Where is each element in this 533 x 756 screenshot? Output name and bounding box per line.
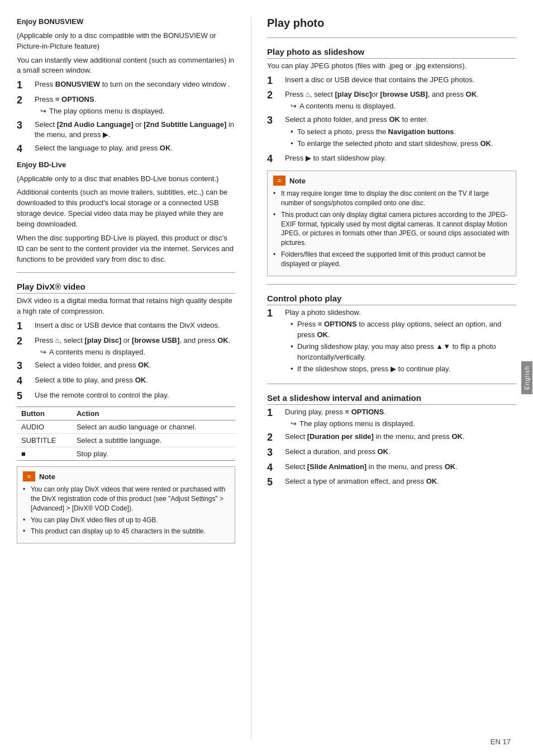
divx-step-3: 3 Select a video folder, and press OK. [17, 360, 235, 372]
note-icon: = [23, 471, 35, 481]
play-icon-control: ▶ [391, 365, 396, 373]
home-icon-divx: ⌂ [55, 336, 60, 344]
slideshow-bullet-2: To enlarge the selected photo and start … [291, 139, 516, 149]
divx-note-header: = Note [23, 471, 229, 481]
side-tab: English [521, 0, 533, 756]
photo-note-icon: = [273, 176, 285, 186]
left-column: Enjoy BONUSVIEW (Applicable only to a di… [17, 17, 251, 739]
home-icon-slideshow: ⌂ [306, 90, 310, 98]
slideshow-desc: You can play JPEG photos (files with .jp… [267, 61, 516, 72]
interval-step-1: 1 During play, press ≡ OPTIONS. The play… [267, 407, 516, 429]
divx-step-5: 5 Use the remote control to control the … [17, 390, 235, 403]
interval-step-3: 3 Select a duration, and press OK. [267, 447, 516, 459]
control-photo-bullets: Press ≡ OPTIONS to access play options, … [291, 319, 516, 374]
divx-note-bullet-1: You can only play DivX videos that were … [23, 485, 229, 513]
bonusview-step-2: 2 Press ≡ OPTIONS. The play options menu… [17, 94, 235, 117]
table-row: SUBTITLE Select a subtitle language. [17, 434, 235, 447]
interval-step-5: 5 Select a type of animation effect, and… [267, 476, 516, 489]
photo-note-header: = Note [273, 176, 510, 186]
control-photo-heading: Control photo play [267, 294, 516, 305]
divx-section: Play DivX® video DivX video is a digital… [17, 282, 235, 544]
slideshow-interval-section: Set a slideshow interval and animation 1… [267, 393, 516, 489]
slideshow-bullet-1: To select a photo, press the Navigation … [291, 127, 516, 138]
slideshow-step-2: 2 Press ⌂, select [play Disc]or [browse … [267, 89, 516, 112]
bonusview-step2-indent: The play options menu is displayed. [40, 106, 235, 117]
slideshow-step-4: 4 Press ▶ to start slideshow play. [267, 153, 516, 166]
divx-step-1: 1 Insert a disc or USB device that conta… [17, 320, 235, 333]
divx-note-label: Note [39, 472, 55, 481]
divx-table: Button Action AUDIO Select an audio lang… [17, 407, 235, 461]
right-column: Play photo Play photo as slideshow You c… [251, 17, 516, 739]
interval-step-4: 4 Select [Slide Animation] in the menu, … [267, 462, 516, 474]
menu-icon-interval: ≡ [345, 408, 349, 416]
photo-note-bullets: It may require longer time to display th… [273, 189, 510, 268]
page: English Enjoy BONUSVIEW (Applicable only… [0, 0, 533, 756]
divx-note-box: = Note You can only play DivX videos tha… [17, 466, 235, 544]
divx-step2-indent: A contents menu is displayed. [40, 347, 235, 358]
table-cell-button-3: ■ [17, 447, 72, 461]
divx-heading: Play DivX® video [17, 282, 235, 294]
interval-steps: 1 During play, press ≡ OPTIONS. The play… [267, 407, 516, 489]
bdlive-heading: Enjoy BD-Live [17, 160, 66, 169]
photo-note-label: Note [289, 177, 306, 185]
divx-note-bullet-2: You can play DivX video files of up to 4… [23, 516, 229, 525]
enjoy-bonusview-section: Enjoy BONUSVIEW (Applicable only to a di… [17, 17, 235, 155]
table-cell-action-3: Stop play. [72, 447, 235, 461]
divx-step-4: 4 Select a title to play, and press OK. [17, 375, 235, 388]
menu-icon-control: ≡ [318, 320, 322, 328]
page-footer: EN 17 [491, 738, 511, 746]
slideshow-interval-heading: Set a slideshow interval and animation [267, 393, 516, 405]
control-photo-bullet-1: Press ≡ OPTIONS to access play options, … [291, 319, 516, 341]
bonusview-desc2: You can instantly view additional conten… [17, 55, 235, 77]
control-photo-step-1: 1 Play a photo slideshow. Press ≡ OPTION… [267, 308, 516, 376]
table-row: AUDIO Select an audio language or channe… [17, 420, 235, 434]
interval-step-2: 2 Select [Duration per slide] in the men… [267, 432, 516, 444]
table-cell-action-1: Select an audio language or channel. [72, 420, 235, 434]
photo-note-bullet-3: Folders/files that exceed the supported … [273, 250, 510, 269]
divx-step-2: 2 Press ⌂, select [play Disc] or [browse… [17, 336, 235, 358]
control-photo-steps: 1 Play a photo slideshow. Press ≡ OPTION… [267, 308, 516, 376]
slideshow-heading: Play photo as slideshow [267, 47, 516, 59]
table-row: ■ Stop play. [17, 447, 235, 461]
control-photo-section: Control photo play 1 Play a photo slides… [267, 294, 516, 376]
control-photo-bullet-3: If the slideshow stops, press ▶ to conti… [291, 364, 516, 375]
divx-desc: DivX video is a digital media format tha… [17, 296, 235, 317]
bonusview-desc1: (Applicable only to a disc compatible wi… [17, 31, 235, 52]
bdlive-desc3: When the disc supporting BD-Live is play… [17, 233, 235, 265]
table-header-action: Action [72, 407, 235, 420]
bonusview-steps: 1 Press BONUSVIEW to turn on the seconda… [17, 79, 235, 155]
slideshow-step2-indent: A contents menu is displayed. [291, 101, 516, 112]
slideshow-step-1: 1 Insert a disc or USB device that conta… [267, 75, 516, 87]
divider-1 [17, 272, 235, 273]
interval-step1-indent: The play options menu is displayed. [291, 419, 516, 429]
bdlive-desc2: Additional contents (such as movie trail… [17, 187, 235, 229]
enjoy-bdlive-section: Enjoy BD-Live (Applicable only to a disc… [17, 160, 235, 265]
enjoy-bonusview-heading: Enjoy BONUSVIEW [17, 17, 83, 26]
table-cell-button-1: AUDIO [17, 420, 72, 434]
table-header-button: Button [17, 407, 72, 420]
divider-play-photo [267, 37, 516, 38]
bonusview-step-3: 3 Select [2nd Audio Language] or [2nd Su… [17, 120, 235, 141]
divx-note-bullets: You can only play DivX videos that were … [23, 485, 229, 536]
divider-slideshow-interval [267, 384, 516, 384]
table-cell-action-2: Select a subtitle language. [72, 434, 235, 447]
photo-note-bullet-2: This product can only display digital ca… [273, 210, 510, 248]
table-cell-button-2: SUBTITLE [17, 434, 72, 447]
divider-control-photo [267, 284, 516, 285]
photo-note-box: = Note It may require longer time to dis… [267, 171, 516, 276]
language-label: English [521, 361, 532, 394]
slideshow-step3-bullets: To select a photo, press the Navigation … [291, 127, 516, 149]
divx-steps: 1 Insert a disc or USB device that conta… [17, 320, 235, 402]
play-icon-bonusview: ▶ [103, 130, 108, 139]
photo-note-bullet-1: It may require longer time to display th… [273, 189, 510, 208]
bdlive-desc1: (Applicable only to a disc that enables … [17, 174, 235, 185]
content-area: Enjoy BONUSVIEW (Applicable only to a di… [0, 17, 533, 739]
slideshow-step-3: 3 Select a photo folder, and press OK to… [267, 115, 516, 150]
divx-note-bullet-3: This product can display up to 45 charac… [23, 527, 229, 536]
bonusview-step-1: 1 Press BONUSVIEW to turn on the seconda… [17, 79, 235, 92]
play-photo-heading: Play photo [267, 17, 516, 30]
play-photo-slideshow-section: Play photo as slideshow You can play JPE… [267, 47, 516, 276]
slideshow-steps: 1 Insert a disc or USB device that conta… [267, 75, 516, 165]
bonusview-step-4: 4 Select the language to play, and press… [17, 143, 235, 155]
control-photo-bullet-2: During slideshow play, you may also pres… [291, 342, 516, 363]
